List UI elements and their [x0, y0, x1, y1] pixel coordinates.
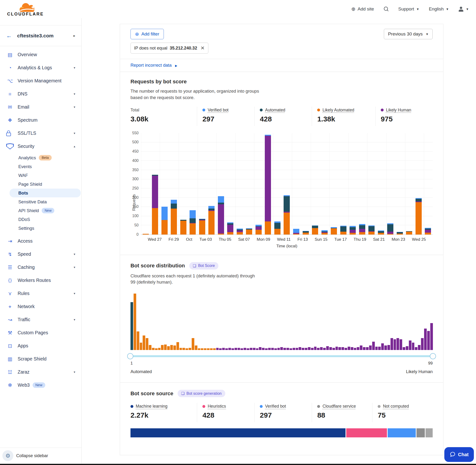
histogram-bin — [412, 343, 414, 350]
stat-label[interactable]: Likely Automated — [322, 108, 354, 113]
y-tick-label: 100 — [132, 214, 138, 218]
sidebar-item-scrape-shield[interactable]: ▥Scrape Shield — [0, 352, 81, 365]
sidebar-item-settings[interactable]: Settings — [0, 224, 81, 232]
sidebar-item-network[interactable]: ⌖Network — [0, 300, 81, 313]
bot-score-generation-doc-badge[interactable]: ❏ Bot score generation — [178, 390, 225, 397]
sidebar-item-overview[interactable]: ▤Overview — [0, 48, 81, 61]
sidebar-item-sensitive-data[interactable]: Sensitive Data — [0, 197, 81, 206]
y-tick-label: 350 — [132, 168, 138, 172]
stat-label[interactable]: Machine learning — [136, 404, 167, 409]
sidebar-item-speed[interactable]: ↯Speed▾ — [0, 248, 81, 261]
stat-value: 88 — [317, 411, 370, 419]
apps-icon: ⊡ — [6, 343, 14, 349]
sidebar-item-ddos[interactable]: DDoS — [0, 215, 81, 224]
settings-gear-button[interactable]: ⚙ — [2, 450, 13, 461]
add-site-button[interactable]: ⊕ Add site — [351, 6, 374, 12]
language-menu[interactable]: English ▼ — [429, 6, 449, 12]
sidebar-item-web3[interactable]: ✻Web3New — [0, 379, 81, 392]
x-tick-label — [290, 237, 297, 242]
sidebar-item-rules[interactable]: ⋎Rules▾ — [0, 287, 81, 300]
chat-button[interactable]: Chat — [444, 447, 474, 462]
x-tick-label — [366, 237, 373, 242]
card-title: Bot score source — [130, 391, 173, 397]
segment-cloudflare-service — [416, 428, 425, 437]
histogram-bin — [180, 348, 182, 350]
y-tick-label: 400 — [132, 159, 138, 163]
sidebar-item-version-management[interactable]: ⌥Version Management — [0, 74, 81, 87]
sidebar-item-security[interactable]: Security▴ — [0, 140, 81, 153]
sidebar-item-label: WAF — [18, 173, 28, 178]
histogram-bin — [130, 302, 133, 350]
sidebar-item-label: Spectrum — [18, 117, 37, 123]
chat-bubble-icon — [450, 451, 456, 458]
stat-label[interactable]: Likely Human — [386, 108, 411, 113]
sidebar-item-access[interactable]: ⇥Access — [0, 234, 81, 248]
histogram-bin — [228, 348, 231, 350]
security-shield-icon — [6, 143, 14, 149]
segment-likely-human — [227, 225, 233, 232]
sidebar-item-spectrum[interactable]: ❖Spectrum — [0, 114, 81, 127]
bot-score-distribution-card: Bot score distribution ❏ Bot Score Cloud… — [120, 255, 443, 383]
stat-label[interactable]: Verified bot — [265, 404, 286, 409]
bar-slot — [188, 133, 198, 234]
segment-automated — [378, 231, 384, 233]
legend-dot — [260, 109, 263, 111]
slider-handle-min[interactable] — [127, 353, 133, 359]
sidebar-item-events[interactable]: Events — [0, 162, 81, 171]
report-incorrect-data-link[interactable]: Report incorrect data — [130, 63, 172, 68]
segment-automated — [387, 224, 393, 232]
stat-label[interactable]: Cloudflare service — [322, 404, 356, 409]
x-tick-label: Fri 29 — [169, 237, 179, 242]
stat-label[interactable]: Not computed — [383, 404, 409, 409]
sidebar-item-label: Analytics — [18, 155, 36, 160]
slider-handle-max[interactable] — [430, 353, 436, 359]
sidebar-item-zaraz[interactable]: ☳Zaraz▾ — [0, 365, 81, 379]
sidebar-item-email[interactable]: ✉Email▾ — [0, 100, 81, 114]
sidebar-item-analytics[interactable]: AnalyticsBeta — [0, 153, 81, 162]
stat-label[interactable]: Heuristics — [208, 404, 226, 409]
scrape-shield-icon: ▥ — [6, 356, 14, 362]
card-title: Requests by bot score — [130, 79, 433, 85]
account-menu[interactable]: ▼ — [458, 7, 469, 12]
histogram-bin — [247, 348, 249, 350]
bar-3 — [161, 207, 168, 234]
chevron-down-icon: ▼ — [416, 7, 419, 11]
bar-slot — [235, 133, 244, 234]
sidebar-item-bots[interactable]: Bots — [10, 189, 81, 197]
sidebar-item-caching[interactable]: ☰Caching▾ — [0, 261, 81, 274]
sidebar-item-dns[interactable]: ⌗DNS▾ — [0, 87, 81, 100]
bar-slot — [338, 133, 348, 234]
legend-dot — [317, 109, 320, 111]
bar-slot — [329, 133, 338, 234]
sidebar-item-traffic[interactable]: ↝Traffic▾ — [0, 313, 81, 326]
x-tick-label: Sun 15 — [315, 237, 328, 242]
bar-slot — [376, 133, 386, 234]
cloudflare-logo[interactable]: CLOUDFLARE — [7, 2, 44, 16]
search-icon[interactable] — [384, 6, 389, 12]
sidebar-item-page-shield[interactable]: Page Shield — [0, 180, 81, 189]
sidebar-item-custom-pages[interactable]: ⚒Custom Pages — [0, 326, 81, 339]
sidebar-item-api-shield[interactable]: API ShieldNew — [0, 206, 81, 215]
histogram-bin — [256, 348, 259, 350]
sidebar-item-waf[interactable]: WAF — [0, 171, 81, 180]
sidebar-item-workers-routes[interactable]: ⟨⟩Workers Routes — [0, 274, 81, 287]
collapse-sidebar-button[interactable]: Collapse sidebar — [16, 453, 48, 458]
support-menu[interactable]: Support ▼ — [398, 6, 419, 12]
sidebar-item-ssl-tls[interactable]: SSL/TLS▾ — [0, 127, 81, 140]
bar-slot — [263, 133, 273, 234]
stat-label[interactable]: Verified bot — [208, 108, 229, 113]
add-filter-button[interactable]: ⊕ Add filter — [130, 29, 164, 39]
histogram-bin — [427, 331, 430, 350]
bot-score-doc-badge[interactable]: ❏ Bot Score — [189, 262, 219, 270]
close-icon[interactable]: ✕ — [201, 45, 205, 51]
bar-23 — [349, 226, 356, 234]
filter-chip[interactable]: IP does not equal 35.212.240.32 ✕ — [130, 43, 208, 53]
stat-label[interactable]: Automated — [265, 108, 285, 113]
segment-likely-automated — [359, 232, 365, 234]
site-selector[interactable]: ← cftestsite3.com ▸ — [0, 25, 81, 46]
back-arrow-icon[interactable]: ← — [6, 32, 12, 39]
caret-right-icon: ▶ — [175, 64, 177, 67]
date-range-dropdown[interactable]: Previous 30 days ▼ — [384, 29, 433, 39]
sidebar-item-apps[interactable]: ⊡Apps — [0, 339, 81, 352]
sidebar-item-analytics-logs[interactable]: ◔Analytics & Logs▾ — [0, 61, 81, 74]
